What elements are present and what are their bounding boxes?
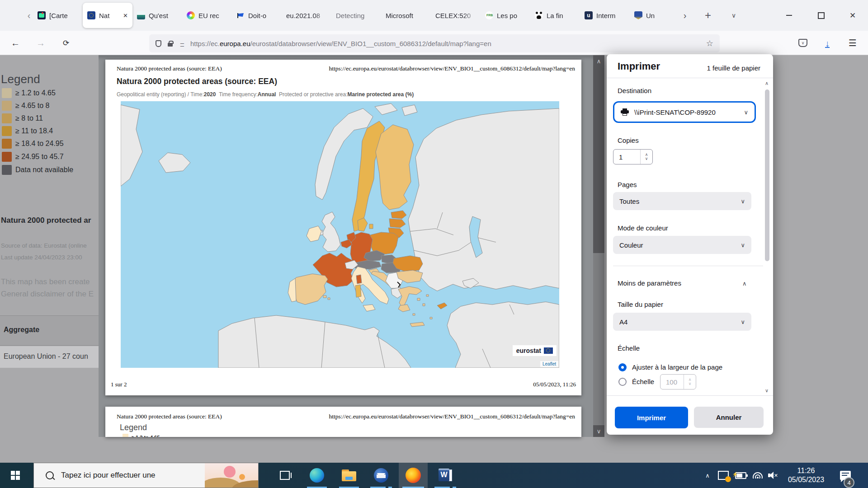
cancel-button[interactable]: Annuler <box>694 407 764 428</box>
scale-fit-radio[interactable] <box>618 363 627 371</box>
menu-hamburger-icon[interactable]: ☰ <box>844 31 862 55</box>
task-view-button[interactable] <box>271 463 298 488</box>
scale-stepper[interactable]: ∧∨ <box>684 375 696 389</box>
leaflet-attribution[interactable]: Leaflet <box>540 361 558 367</box>
windows-taskbar: Tapez ici pour effectuer une W ∧ <box>0 463 868 488</box>
destination-select[interactable]: \\iPrint-SENAT\COP-89920 ∨ <box>613 101 756 123</box>
task-view-icon <box>280 471 290 480</box>
print-header-title: Natura 2000 protected areas (source: EEA… <box>117 65 222 72</box>
color-mode-select[interactable]: Couleur∨ <box>613 236 751 254</box>
print-button[interactable]: Imprimer <box>615 407 688 428</box>
scroll-down-icon[interactable]: ∨ <box>765 388 769 394</box>
desktop: ‹ [Carte Nat ✕ Qu'est EU rec Doit-o eu.2… <box>0 0 868 488</box>
url-bar[interactable]: ⚊⚊ https://ec.europa.eu/eurostat/databro… <box>149 34 720 52</box>
tab-scroll-right-icon[interactable]: › <box>677 0 693 31</box>
legend-swatch <box>2 139 12 149</box>
browser-tab-4[interactable]: Doit-o <box>232 0 282 31</box>
scale-custom-radio[interactable] <box>618 378 627 386</box>
taskbar-search-input[interactable]: Tapez ici pour effectuer une <box>33 463 259 488</box>
landscape-art-icon <box>137 11 145 19</box>
pocket-icon[interactable]: ∨ <box>794 31 812 55</box>
downloads-icon[interactable]: ↓ <box>818 31 836 55</box>
lire-logo-icon <box>38 11 46 19</box>
window-minimize-button[interactable] <box>781 0 797 31</box>
browser-tab-3[interactable]: EU rec <box>182 0 232 31</box>
scale-label: Échelle <box>618 344 640 352</box>
new-tab-button[interactable]: + <box>700 0 716 31</box>
browser-tab-0[interactable]: [Carte <box>33 0 83 31</box>
taskbar-thunderbird[interactable] <box>367 463 396 488</box>
dialog-scrollbar-thumb[interactable] <box>765 89 769 261</box>
thunderbird-icon <box>374 468 388 483</box>
reload-icon[interactable]: ⟳ <box>57 31 75 55</box>
copies-stepper[interactable]: ∧∨ <box>640 150 652 164</box>
preview-scrollbar[interactable]: ∧ ∨ <box>593 55 604 437</box>
preview-scrollbar-thumb[interactable] <box>593 67 604 253</box>
forward-icon[interactable]: → <box>32 31 50 55</box>
file-explorer-icon <box>342 469 356 481</box>
window-maximize-button[interactable] <box>813 0 829 31</box>
window-close-button[interactable]: ✕ <box>844 0 861 31</box>
copies-input[interactable]: 1 ∧∨ <box>613 149 653 164</box>
taskbar-file-explorer[interactable] <box>335 463 363 488</box>
tray-expand-icon[interactable]: ∧ <box>700 463 715 488</box>
paper-size-select[interactable]: A4∨ <box>613 313 751 331</box>
back-icon[interactable]: ← <box>6 31 24 55</box>
browser-tab-2[interactable]: Qu'est <box>132 0 182 31</box>
shield-icon[interactable] <box>156 40 161 47</box>
bookmark-star-icon[interactable]: ☆ <box>706 38 713 48</box>
taskbar-clock[interactable]: 11:26 05/05/2023 <box>778 463 834 488</box>
taskbar-firefox-active[interactable] <box>399 463 428 488</box>
browser-tab-bar: ‹ [Carte Nat ✕ Qu'est EU rec Doit-o eu.2… <box>0 0 868 31</box>
scale-value-input[interactable]: 100 ∧∨ <box>660 374 696 389</box>
browser-tab-12[interactable]: Un <box>630 0 675 31</box>
taskbar-edge[interactable] <box>302 463 331 488</box>
wwf-panda-icon <box>535 11 543 19</box>
start-button[interactable] <box>5 463 26 488</box>
browser-tab-11[interactable]: u Interm <box>580 0 630 31</box>
pages-select[interactable]: Toutes∨ <box>613 192 751 210</box>
aggregate-label: Aggregate <box>4 326 39 334</box>
dialog-scrollbar[interactable]: ∧ ∨ <box>764 80 770 395</box>
chevron-down-icon: ∨ <box>741 242 745 249</box>
browser-tab-7[interactable]: Microsoft <box>381 0 431 31</box>
tray-battery-icon[interactable]: ⚡ <box>732 463 749 488</box>
browser-tab-active[interactable]: Nat ✕ <box>83 3 132 28</box>
browser-tab-8[interactable]: CELEX:520 <box>431 0 481 31</box>
list-all-tabs-icon[interactable]: ∨ <box>726 0 742 31</box>
close-tab-icon[interactable]: ✕ <box>123 12 128 19</box>
notification-center-button[interactable]: 4 <box>835 463 855 488</box>
dialog-title: Imprimer <box>618 61 660 72</box>
legend-swatch <box>2 152 12 162</box>
lock-icon[interactable] <box>168 43 174 44</box>
source-line: Source of data: Eurostat (online <box>1 242 87 249</box>
browser-tab-6[interactable]: Detecting <box>331 0 381 31</box>
legend-swatch <box>123 434 128 437</box>
windows-logo-icon <box>11 471 20 480</box>
less-settings-toggle[interactable]: Moins de paramètres <box>618 279 681 287</box>
eurostat-logo: eurostat <box>513 345 557 356</box>
scroll-up-icon[interactable]: ∧ <box>765 80 769 86</box>
clock-date: 05/05/2023 <box>788 475 824 484</box>
legend-item-label: ≥ 1.2 to 4.65 <box>132 435 160 437</box>
map-subtitle: Geopolitical entity (reporting) / Time:2… <box>117 91 414 98</box>
browser-tab-10[interactable]: La fin <box>530 0 580 31</box>
permissions-icon[interactable]: ⚊⚊ <box>180 39 184 48</box>
tray-wifi-icon[interactable] <box>750 463 766 488</box>
scroll-up-icon[interactable]: ∧ <box>593 55 604 67</box>
aggregate-row-eu27[interactable]: European Union - 27 coun <box>0 346 99 368</box>
taskbar-word[interactable]: W <box>431 463 460 488</box>
preview-sheet-1: Natura 2000 protected areas (source: EEA… <box>105 60 581 395</box>
browser-tab-9[interactable]: FRB Les po <box>481 0 530 31</box>
url-text[interactable]: https://ec.europa.eu/eurostat/databrowse… <box>190 40 700 47</box>
eu-flag-icon <box>544 347 553 354</box>
notification-count-badge: 4 <box>844 477 854 488</box>
search-icon <box>46 471 54 479</box>
browser-tab-5[interactable]: eu.2021.08 <box>282 0 331 31</box>
scroll-down-icon[interactable]: ∨ <box>593 425 604 437</box>
chevron-up-icon[interactable]: ∧ <box>742 280 747 287</box>
update-line: Last update 24/04/2023 23:00 <box>1 254 82 261</box>
tray-screen-sync-icon[interactable] <box>715 463 731 488</box>
search-placeholder: Tapez ici pour effectuer une <box>61 471 156 480</box>
legend-swatch <box>2 126 12 136</box>
